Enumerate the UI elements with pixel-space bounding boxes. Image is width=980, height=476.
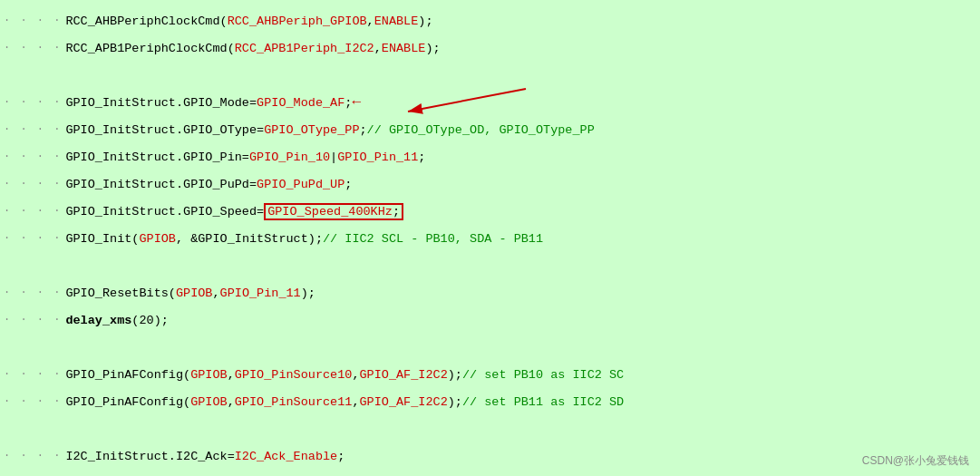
code-segment: // GPIO_OType_OD, GPIO_OType_PP [367,123,595,137]
line-dots: · · · · [4,151,62,163]
line-dots: · · · · [4,450,62,462]
code-segment: GPIO_Pin_11 [337,151,418,164]
code-segment: ← [352,94,361,111]
code-segment: ); [418,15,432,28]
code-segment: GPIOB [176,287,213,300]
code-line: · · · · GPIO_ResetBits(GPIOB, GPIO_Pin_1… [0,279,980,306]
code-segment: (20); [131,314,169,327]
code-segment: GPIO_PinSource10 [235,368,353,382]
code-segment: GPIO_InitStruct.GPIO_Pin [65,151,241,164]
code-segment: GPIO_InitStruct.GPIO_OType [65,123,257,137]
code-segment: GPIO_AF_I2C2 [360,395,448,409]
code-segment: RCC_AHBPeriph_GPIOB [228,15,367,28]
code-line [0,334,980,361]
code-segment: , [228,395,235,409]
code-container: · · · · RCC_AHBPeriphClockCmd(RCC_AHBPer… [0,0,980,476]
line-dots: · · · · [4,15,62,27]
code-line: · · · · GPIO_InitStruct.GPIO_Mode = GPIO… [0,89,980,116]
code-segment: RCC_AHBPeriphClockCmd [65,15,219,28]
code-segment: ; [337,450,344,463]
line-dots: · · · · [4,205,62,218]
code-segment: GPIO_InitStruct.GPIO_Speed [65,205,257,219]
code-segment: GPIO_Pin_10 [249,151,330,164]
code-segment: GPIO_AF_I2C2 [360,368,448,382]
code-segment: , &GPIO_InitStruct); [176,232,323,246]
code-segment: ; [393,205,400,219]
code-segment: , [374,42,382,55]
code-segment: = [257,123,264,137]
code-segment: GPIO_OType_PP [264,123,359,137]
code-segment: ( [183,395,190,409]
line-dots: · · · · [4,287,62,299]
code-segment: ; [418,151,425,164]
line-dots: · · · · [4,123,62,136]
code-segment: = [242,151,249,164]
code-line: · · · · GPIO_PinAFConfig(GPIOB, GPIO_Pin… [0,361,980,388]
code-segment: | [330,151,337,164]
code-segment: ); [448,368,462,382]
code-line [0,415,980,442]
line-dots: · · · · [4,314,62,326]
code-segment: ; [360,123,367,137]
code-segment: ( [131,232,139,246]
code-segment: GPIO_PinAFConfig [65,395,183,409]
code-segment: = [257,205,264,219]
code-segment: ); [301,287,315,300]
code-segment: GPIOB [190,368,228,382]
line-dots: · · · · [4,232,62,245]
code-segment: GPIO_PinAFConfig [65,368,183,382]
code-line: · · · · I2C_InitStruct.I2C_AcknowledgedA… [0,470,980,476]
code-segment: ; [344,178,352,191]
code-segment: RCC_APB1Periph_I2C2 [235,42,374,55]
code-segment: ); [448,395,462,409]
code-segment: ( [220,15,228,28]
code-segment: = [249,96,257,110]
code-segment: GPIO_PuPd_UP [257,178,344,191]
code-line: · · · · I2C_InitStruct.I2C_Ack = I2C_Ack… [0,442,980,470]
code-segment: I2C_InitStruct.I2C_Ack [65,450,227,463]
code-line: · · · · GPIO_Init(GPIOB, &GPIO_InitStruc… [0,225,980,252]
code-segment: GPIO_PinSource11 [235,395,353,409]
code-segment: , [352,368,359,382]
code-segment: , [212,287,219,300]
code-segment: , [228,368,235,382]
code-segment: GPIO_ResetBits [65,287,168,300]
code-segment: // set PB11 as IIC2 SD [462,395,624,409]
line-dots: · · · · [4,96,62,109]
line-dots: · · · · [4,368,62,381]
code-line: · · · · GPIO_InitStruct.GPIO_Speed = GPI… [0,198,980,225]
code-line: · · · · GPIO_PinAFConfig(GPIOB, GPIO_Pin… [0,388,980,415]
code-segment: ( [169,287,176,300]
line-dots: · · · · [4,42,62,54]
code-segment: GPIO_Mode_AF [257,96,344,110]
code-line: · · · · RCC_AHBPeriphClockCmd(RCC_AHBPer… [0,7,980,34]
code-segment: // IIC2 SCL - PB10, SDA - PB11 [323,232,543,246]
code-segment: ( [183,368,190,382]
code-segment: GPIO_Speed_400KHz [267,205,393,219]
code-segment: ; [344,96,352,110]
line-dots: · · · · [4,178,62,190]
code-segment: GPIOB [139,232,176,246]
code-line: · · · · delay_xms(20); [0,306,980,334]
code-line [0,62,980,89]
code-segment: = [228,450,235,463]
code-line [0,252,980,279]
highlighted-box: GPIO_Speed_400KHz; [264,203,403,220]
code-line: · · · · GPIO_InitStruct.GPIO_OType = GPI… [0,116,980,143]
code-segment: , [352,395,359,409]
code-segment: RCC_APB1PeriphClockCmd [65,42,227,55]
code-line: · · · · RCC_APB1PeriphClockCmd(RCC_APB1P… [0,34,980,62]
code-segment: // set PB10 as IIC2 SC [462,368,624,382]
code-segment: GPIO_Pin_11 [220,287,301,300]
code-segment: GPIO_InitStruct.GPIO_Mode [65,96,249,110]
code-line: · · · · GPIO_InitStruct.GPIO_PuPd = GPIO… [0,170,980,198]
code-segment: = [249,178,257,191]
code-segment: GPIO_InitStruct.GPIO_PuPd [65,178,249,191]
code-segment: delay_xms [65,314,131,327]
code-segment: ( [228,42,235,55]
code-segment: ENABLE [382,42,426,55]
watermark: CSDN@张小兔爱钱钱 [862,453,969,469]
code-segment: GPIOB [190,395,228,409]
code-segment: , [367,15,374,28]
code-segment: ENABLE [374,15,419,28]
